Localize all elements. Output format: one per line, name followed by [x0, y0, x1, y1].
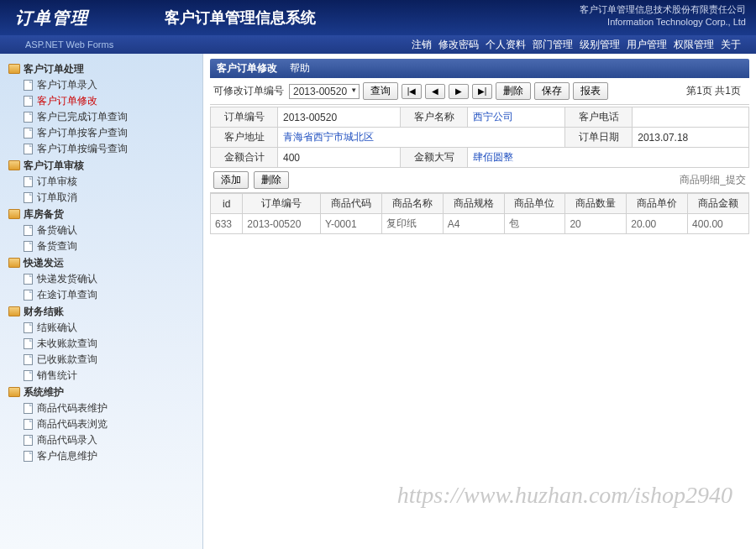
tree-item[interactable]: 未收账款查询 — [0, 336, 202, 352]
file-icon — [24, 290, 33, 301]
label-cust-name: 客户名称 — [401, 107, 468, 128]
sub-header: ASP.NET Web Forms 注销修改密码个人资料部门管理级别管理用户管理… — [0, 35, 756, 54]
main-content: 客户订单修改 帮助 可修改订单编号 2013-00520 查询 |◀ ◀ ▶ ▶… — [203, 54, 756, 549]
tree-item[interactable]: 结账确认 — [0, 320, 202, 336]
tree-item[interactable]: 商品代码表维护 — [0, 400, 202, 416]
label-total: 金额合计 — [211, 148, 278, 168]
folder-icon — [8, 160, 20, 170]
editable-order-label: 可修改订单编号 — [213, 84, 284, 98]
file-icon — [24, 451, 33, 462]
delete-button[interactable]: 删除 — [496, 82, 531, 100]
file-icon — [24, 128, 33, 139]
file-icon — [24, 338, 33, 349]
label-cust-addr: 客户地址 — [211, 128, 278, 148]
save-button[interactable]: 保存 — [534, 82, 570, 100]
nav-link[interactable]: 用户管理 — [627, 39, 667, 50]
nav-link[interactable]: 关于 — [721, 39, 741, 50]
tree-item[interactable]: 客户已完成订单查询 — [0, 109, 202, 125]
file-icon — [24, 322, 33, 333]
tab-order-edit[interactable]: 客户订单修改 — [217, 62, 277, 74]
tree-item[interactable]: 商品代码录入 — [0, 432, 202, 448]
toolbar: 可修改订单编号 2013-00520 查询 |◀ ◀ ▶ ▶| 删除 保存 报表… — [210, 78, 749, 105]
tree-item[interactable]: 在途订单查询 — [0, 287, 202, 303]
tree-item[interactable]: 商品代码表浏览 — [0, 416, 202, 432]
label-total-cn: 金额大写 — [401, 148, 468, 168]
delete-row-button[interactable]: 删除 — [254, 171, 289, 189]
tree-item[interactable]: 订单审核 — [0, 174, 202, 190]
prev-page-button[interactable]: ◀ — [425, 84, 445, 99]
nav-link[interactable]: 部门管理 — [533, 39, 573, 50]
folder-icon — [8, 258, 20, 268]
value-order-date: 2013.07.18 — [633, 128, 749, 148]
next-page-button[interactable]: ▶ — [449, 84, 469, 99]
tree-item[interactable]: 客户订单按编号查询 — [0, 141, 202, 157]
system-title: 客户订单管理信息系统 — [165, 8, 316, 28]
grid-header: 商品单位 — [504, 194, 565, 214]
file-icon — [24, 403, 33, 414]
detail-toolbar: 添加 删除 商品明细_提交 — [210, 168, 749, 193]
grid-header: 商品单价 — [627, 194, 688, 214]
app-header: 订单管理 客户订单管理信息系统 客户订单管理信息技术股份有限责任公司 Infor… — [0, 0, 756, 35]
value-total-cn[interactable]: 肆佰圆整 — [468, 148, 749, 168]
detail-submit-label[interactable]: 商品明细_提交 — [680, 173, 746, 187]
top-nav: 注销修改密码个人资料部门管理级别管理用户管理权限管理关于 — [408, 38, 756, 52]
nav-link[interactable]: 修改密码 — [438, 39, 479, 50]
value-total: 400 — [278, 148, 401, 168]
folder-icon — [8, 209, 20, 219]
file-icon — [24, 435, 33, 446]
tree-group[interactable]: 财务结账 — [0, 303, 202, 320]
query-button[interactable]: 查询 — [363, 82, 398, 100]
file-icon — [24, 241, 33, 252]
nav-link[interactable]: 级别管理 — [580, 39, 620, 50]
value-cust-name[interactable]: 西宁公司 — [468, 107, 565, 128]
report-button[interactable]: 报表 — [573, 82, 608, 100]
tree-group[interactable]: 客户订单处理 — [0, 60, 202, 77]
grid-header: 商品数量 — [565, 194, 627, 214]
grid-header: 订单编号 — [243, 194, 321, 214]
tree-group[interactable]: 库房备货 — [0, 206, 202, 222]
tree-item[interactable]: 备货确认 — [0, 222, 202, 238]
folder-icon — [8, 387, 20, 397]
grid-header: 商品代码 — [321, 194, 382, 214]
tree-item[interactable]: 已收账款查询 — [0, 352, 202, 368]
page-info: 第1页 共1页 — [686, 84, 746, 98]
tree-group[interactable]: 系统维护 — [0, 384, 202, 400]
order-form: 订单编号 2013-00520 客户名称 西宁公司 客户电话 客户地址 青海省西… — [210, 107, 749, 168]
grid-header: id — [211, 194, 243, 214]
label-order-no: 订单编号 — [211, 107, 278, 128]
tree-item[interactable]: 客户信息维护 — [0, 448, 202, 464]
file-icon — [24, 419, 33, 430]
tree-item[interactable]: 快递发货确认 — [0, 271, 202, 287]
table-row[interactable]: 6332013-00520Y-0001复印纸A4包2020.00400.00 — [211, 214, 749, 234]
tree-item[interactable]: 销售统计 — [0, 368, 202, 384]
sidebar-tree: 客户订单处理客户订单录入客户订单修改客户已完成订单查询客户订单按客户查询客户订单… — [0, 54, 203, 549]
folder-icon — [8, 64, 20, 74]
sub-logo: ASP.NET Web Forms — [0, 39, 113, 50]
file-icon — [24, 176, 33, 187]
file-icon — [24, 80, 33, 91]
file-icon — [24, 144, 33, 154]
file-icon — [24, 112, 33, 123]
app-logo-title: 订单管理 — [15, 7, 89, 29]
add-row-button[interactable]: 添加 — [213, 171, 249, 189]
value-cust-addr[interactable]: 青海省西宁市城北区 — [278, 128, 565, 148]
value-order-no: 2013-00520 — [278, 107, 401, 128]
tree-item[interactable]: 客户订单录入 — [0, 77, 202, 93]
tree-item[interactable]: 订单取消 — [0, 190, 202, 206]
tree-item[interactable]: 备货查询 — [0, 238, 202, 254]
first-page-button[interactable]: |◀ — [402, 84, 422, 99]
file-icon — [24, 354, 33, 365]
detail-grid: id订单编号商品代码商品名称商品规格商品单位商品数量商品单价商品金额 63320… — [210, 193, 749, 234]
nav-link[interactable]: 个人资料 — [486, 39, 526, 50]
order-select[interactable]: 2013-00520 — [289, 84, 360, 99]
file-icon — [24, 370, 33, 381]
nav-link[interactable]: 权限管理 — [674, 39, 714, 50]
last-page-button[interactable]: ▶| — [472, 84, 492, 99]
tree-group[interactable]: 快递发运 — [0, 254, 202, 271]
tree-group[interactable]: 客户订单审核 — [0, 157, 202, 174]
label-order-date: 订单日期 — [565, 128, 633, 148]
nav-link[interactable]: 注销 — [412, 39, 432, 50]
tab-help[interactable]: 帮助 — [290, 62, 310, 74]
tree-item[interactable]: 客户订单修改 — [0, 93, 202, 109]
tree-item[interactable]: 客户订单按客户查询 — [0, 125, 202, 141]
